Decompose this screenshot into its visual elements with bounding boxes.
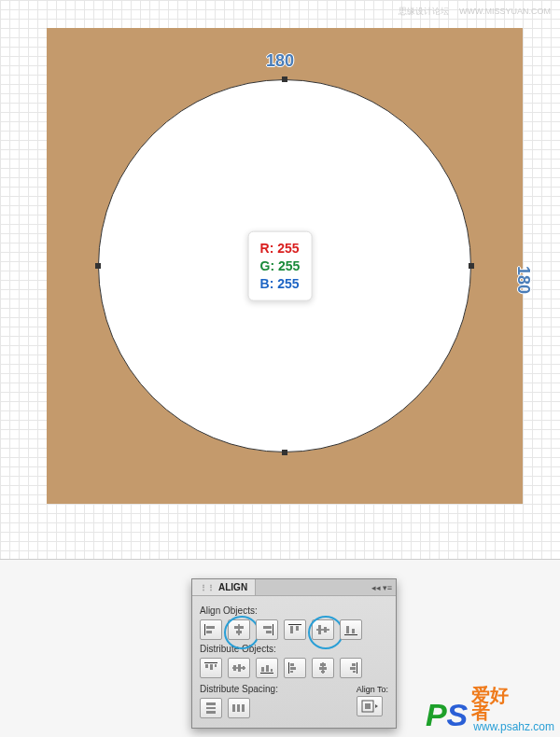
distribute-spacing-vertical-button[interactable] xyxy=(200,698,222,718)
distribute-horizontal-center-button[interactable] xyxy=(312,658,334,678)
watermark-top: 思缘设计论坛 WWW.MISSYUAN.COM xyxy=(391,6,551,18)
svg-rect-36 xyxy=(319,667,327,670)
svg-rect-3 xyxy=(239,624,240,635)
svg-rect-23 xyxy=(233,665,236,671)
watermark-top-url: WWW.MISSYUAN.COM xyxy=(459,7,551,16)
svg-rect-15 xyxy=(344,634,357,635)
anchor-left[interactable] xyxy=(95,263,101,269)
align-vertical-center-button[interactable] xyxy=(312,619,334,640)
svg-rect-13 xyxy=(318,625,321,634)
svg-rect-7 xyxy=(263,626,272,629)
canvas-area[interactable]: 思缘设计论坛 WWW.MISSYUAN.COM 180 180 R: 255 G… xyxy=(0,0,560,560)
svg-rect-25 xyxy=(243,666,245,670)
svg-rect-12 xyxy=(316,630,329,631)
align-objects-row xyxy=(200,619,388,640)
rgb-g: G: 255 xyxy=(260,257,301,275)
panel-menu-icon[interactable]: ▾≡ xyxy=(383,583,392,592)
svg-rect-41 xyxy=(353,671,356,673)
distribute-spacing-horizontal-button[interactable] xyxy=(228,698,250,718)
anchor-bottom[interactable] xyxy=(282,450,287,455)
svg-rect-43 xyxy=(206,707,216,709)
align-to-button[interactable] xyxy=(357,696,383,716)
svg-rect-20 xyxy=(210,664,213,670)
svg-rect-14 xyxy=(324,627,327,633)
svg-rect-17 xyxy=(352,629,355,633)
svg-rect-16 xyxy=(346,626,349,633)
align-to-label: Align To: xyxy=(357,685,388,694)
svg-rect-10 xyxy=(290,626,293,633)
svg-rect-29 xyxy=(271,669,273,672)
svg-rect-33 xyxy=(290,671,293,673)
watermark-cn2: 者 xyxy=(471,703,554,720)
watermark-cn: 爱好 者 xyxy=(471,687,554,720)
svg-rect-27 xyxy=(261,667,264,672)
svg-rect-26 xyxy=(260,673,273,674)
ps-logo-p: P xyxy=(426,697,447,732)
svg-rect-0 xyxy=(204,624,205,635)
dimension-height-label: 180 xyxy=(512,265,532,293)
svg-rect-44 xyxy=(206,711,216,714)
svg-rect-5 xyxy=(236,631,242,633)
watermark-bottom: PS 爱好 者 www.psahz.com xyxy=(426,687,554,733)
watermark-top-text: 思缘设计论坛 xyxy=(399,7,449,16)
svg-rect-8 xyxy=(266,631,272,633)
svg-rect-19 xyxy=(205,664,208,668)
svg-rect-49 xyxy=(365,703,371,709)
anchor-right[interactable] xyxy=(469,263,474,269)
distribute-spacing-row xyxy=(200,698,278,718)
svg-rect-45 xyxy=(232,704,235,712)
svg-rect-24 xyxy=(238,664,241,672)
svg-rect-4 xyxy=(234,626,244,629)
panel-tab-row: ⋮⋮ ALIGN ◂◂ ▾≡ xyxy=(192,579,396,596)
distribute-objects-label: Distribute Objects: xyxy=(200,644,388,654)
distribute-objects-row xyxy=(200,658,388,678)
svg-rect-2 xyxy=(206,631,212,633)
panel-tab-align[interactable]: ⋮⋮ ALIGN xyxy=(192,579,256,595)
svg-rect-42 xyxy=(206,702,216,705)
distribute-left-button[interactable] xyxy=(284,658,306,678)
svg-rect-6 xyxy=(273,624,273,635)
svg-rect-1 xyxy=(206,626,215,629)
distribute-top-button[interactable] xyxy=(200,658,222,678)
anchor-top[interactable] xyxy=(282,76,287,82)
bottom-area: ⋮⋮ ALIGN ◂◂ ▾≡ Align Objects: Distribute… xyxy=(0,560,560,737)
watermark-url: www.psahz.com xyxy=(473,720,554,733)
svg-rect-31 xyxy=(290,663,294,666)
align-bottom-button[interactable] xyxy=(340,619,362,640)
svg-rect-32 xyxy=(290,667,296,670)
svg-rect-30 xyxy=(288,662,289,674)
panel-title: ALIGN xyxy=(218,582,247,592)
grip-icon: ⋮⋮ xyxy=(200,583,215,591)
distribute-bottom-button[interactable] xyxy=(256,658,278,678)
align-left-button[interactable] xyxy=(200,619,222,640)
svg-rect-28 xyxy=(266,665,269,672)
rgb-info-box: R: 255 G: 255 B: 255 xyxy=(248,231,313,301)
rgb-r: R: 255 xyxy=(260,240,301,257)
align-right-button[interactable] xyxy=(256,619,278,640)
svg-rect-47 xyxy=(242,704,245,712)
svg-rect-11 xyxy=(296,626,299,631)
svg-rect-9 xyxy=(288,624,301,625)
svg-rect-39 xyxy=(352,663,356,666)
align-objects-label: Align Objects: xyxy=(200,605,388,616)
svg-rect-35 xyxy=(320,663,326,666)
align-to-group: Align To: xyxy=(357,685,388,716)
rgb-b: B: 255 xyxy=(260,274,301,292)
dimension-width-label: 180 xyxy=(266,51,294,71)
svg-rect-38 xyxy=(357,662,357,674)
distribute-vertical-center-button[interactable] xyxy=(228,658,250,678)
distribute-spacing-label: Distribute Spacing: xyxy=(200,684,278,694)
panel-collapse-icon[interactable]: ◂◂ xyxy=(371,583,381,592)
ps-logo: PS xyxy=(426,697,468,733)
align-horizontal-center-button[interactable] xyxy=(228,619,250,640)
ps-logo-s: S xyxy=(447,697,469,732)
svg-rect-40 xyxy=(350,667,356,670)
panel-controls: ◂◂ ▾≡ xyxy=(368,581,396,594)
svg-rect-46 xyxy=(237,704,240,712)
svg-rect-18 xyxy=(204,662,217,663)
align-top-button[interactable] xyxy=(284,619,306,640)
svg-rect-21 xyxy=(215,664,217,667)
align-panel[interactable]: ⋮⋮ ALIGN ◂◂ ▾≡ Align Objects: Distribute… xyxy=(191,578,397,729)
distribute-right-button[interactable] xyxy=(340,658,362,678)
panel-body: Align Objects: Distribute Objects: xyxy=(192,596,396,728)
